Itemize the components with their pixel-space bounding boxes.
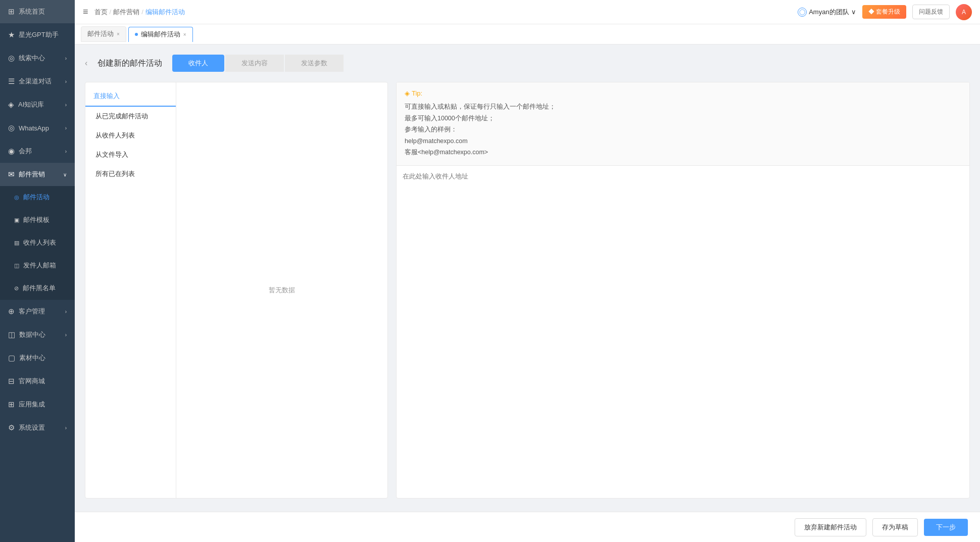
left-option-import-file[interactable]: 从文件导入 (85, 145, 176, 164)
sidebar-item-ai[interactable]: ★ 星光GPT助手 (0, 23, 75, 47)
sidebar-item-ai-kb[interactable]: ◈ AI知识库 › (0, 93, 75, 116)
sidebar-item-label: WhatsApp (19, 124, 61, 132)
data-icon: ◫ (8, 330, 15, 339)
left-tab-direct-input[interactable]: 直接输入 (85, 86, 176, 107)
meeting-icon: ◉ (8, 147, 15, 156)
sidebar-item-label: 应用集成 (19, 400, 67, 409)
main-wrapper: ≡ 首页 / 邮件营销 / 编辑邮件活动 ◯ Amyan的团队 ∨ ◆ 套餐升级… (75, 0, 980, 542)
sidebar-item-whatsapp[interactable]: ◎ WhatsApp › (0, 116, 75, 140)
discard-button[interactable]: 放弃新建邮件活动 (795, 518, 866, 536)
tip-line-3: 参考输入的样例： (405, 124, 961, 136)
sidebar-item-email-blacklist[interactable]: ⊘ 邮件黑名单 (0, 277, 75, 300)
email-input-area (397, 166, 969, 499)
step-label: 收件人 (188, 59, 208, 67)
main-layout: 直接输入 从已完成邮件活动 从收件人列表 从文件导入 所有已在列表 (85, 82, 970, 499)
sidebar-item-label: AI知识库 (18, 100, 61, 109)
tip-box: ◈ Tip: 可直接输入或粘贴，保证每行只输入一个邮件地址； 最多可输入1000… (397, 82, 969, 166)
left-option-all-in-list[interactable]: 所有已在列表 (85, 164, 176, 184)
tab-dot (135, 33, 138, 36)
step-label: 发送内容 (241, 59, 268, 67)
left-option-recipients-list[interactable]: 从收件人列表 (85, 126, 176, 145)
avatar[interactable]: A (956, 4, 972, 20)
breadcrumb-sep1: / (110, 8, 112, 16)
chat-bubble-icon: ◯ (798, 8, 807, 17)
app-icon: ⊞ (8, 400, 15, 409)
sidebar-item-label: 系统首页 (19, 7, 67, 16)
upgrade-button[interactable]: ◆ 套餐升级 (862, 5, 906, 19)
tip-line-1: 可直接输入或粘贴，保证每行只输入一个邮件地址； (405, 101, 961, 113)
sidebar-item-email-campaign[interactable]: ◎ 邮件活动 (0, 186, 75, 209)
arrow-icon: › (65, 79, 67, 84)
tip-line-5: 客服<help@matchexpo.com> (405, 147, 961, 158)
arrow-icon: ∨ (63, 172, 67, 177)
sidebar-item-label: 邮件营销 (19, 170, 59, 179)
next-button[interactable]: 下一步 (924, 519, 968, 536)
sidebar-item-label: 邮件黑名单 (23, 284, 67, 293)
back-button[interactable]: ‹ (85, 59, 87, 68)
tab-close-icon[interactable]: × (183, 32, 186, 37)
sidebar-item-app-integration[interactable]: ⊞ 应用集成 (0, 393, 75, 416)
left-panel: 直接输入 从已完成邮件活动 从收件人列表 从文件导入 所有已在列表 (85, 82, 388, 499)
left-option-label: 所有已在列表 (95, 170, 135, 177)
arrow-icon: › (65, 125, 67, 131)
sidebar-item-label: 会邦 (19, 147, 61, 156)
breadcrumb: 首页 / 邮件营销 / 编辑邮件活动 (94, 8, 185, 17)
sidebar-item-home[interactable]: ⊞ 系统首页 (0, 0, 75, 23)
feedback-button[interactable]: 问题反馈 (912, 5, 950, 19)
step-label: 发送参数 (301, 59, 327, 67)
sidebar-item-assets[interactable]: ▢ 素材中心 (0, 346, 75, 370)
email-input[interactable] (403, 172, 963, 492)
tip-line-2: 最多可输入10000个邮件地址； (405, 113, 961, 124)
sidebar-item-recipients-list[interactable]: ▤ 收件人列表 (0, 232, 75, 254)
arrow-icon: › (65, 102, 67, 108)
sidebar-item-email-marketing[interactable]: ✉ 邮件营销 ∨ (0, 163, 75, 186)
sidebar-item-label: 收件人列表 (23, 239, 67, 247)
sidebar-item-meeting[interactable]: ◉ 会邦 › (0, 140, 75, 163)
whatsapp-icon: ◎ (8, 123, 15, 132)
tab-label: 编辑邮件活动 (141, 30, 180, 39)
sidebar-item-leads[interactable]: ◎ 线索中心 › (0, 47, 75, 70)
breadcrumb-sep2: / (141, 8, 143, 16)
team-selector[interactable]: ◯ Amyan的团队 ∨ (798, 8, 856, 17)
tab-bar: 邮件活动 × 编辑邮件活动 × (75, 24, 980, 44)
arrow-icon: › (65, 56, 67, 61)
empty-text: 暂无数据 (269, 286, 295, 295)
sidebar-item-email-template[interactable]: ▣ 邮件模板 (0, 209, 75, 232)
tab-edit-campaign[interactable]: 编辑邮件活动 × (128, 27, 193, 42)
top-header: ≡ 首页 / 邮件营销 / 编辑邮件活动 ◯ Amyan的团队 ∨ ◆ 套餐升级… (75, 0, 980, 24)
menu-icon[interactable]: ≡ (83, 7, 88, 17)
left-panel-body: 直接输入 从已完成邮件活动 从收件人列表 从文件导入 所有已在列表 (85, 82, 387, 498)
sidebar-item-label: 邮件模板 (23, 216, 67, 224)
home-icon: ⊞ (8, 7, 15, 16)
left-option-label: 从已完成邮件活动 (95, 112, 148, 120)
sidebar-item-label: 官网商城 (19, 377, 67, 386)
tip-title: ◈ Tip: (405, 89, 961, 97)
sidebar-item-website[interactable]: ⊟ 官网商城 (0, 370, 75, 393)
leads-icon: ◎ (8, 54, 15, 63)
mailbox-icon: ◫ (14, 262, 19, 269)
content-placeholder: 暂无数据 (176, 82, 387, 498)
sidebar-item-settings[interactable]: ⚙ 系统设置 › (0, 416, 75, 439)
step-recipients[interactable]: 收件人 (172, 55, 224, 72)
left-option-completed-campaign[interactable]: 从已完成邮件活动 (85, 107, 176, 126)
step-params[interactable]: 发送参数 (285, 55, 344, 72)
sidebar-item-sender-mailbox[interactable]: ◫ 发件人邮箱 (0, 254, 75, 277)
kb-icon: ◈ (8, 100, 14, 109)
tab-close-icon[interactable]: × (117, 31, 120, 37)
template-icon: ▣ (14, 217, 19, 223)
draft-button[interactable]: 存为草稿 (872, 518, 918, 536)
sidebar-item-customer[interactable]: ⊕ 客户管理 › (0, 300, 75, 323)
tip-title-text: Tip: (412, 89, 422, 97)
tip-line-4: help@matchexpo.com (405, 136, 961, 147)
sidebar-item-label: 邮件活动 (23, 193, 67, 202)
sidebar-item-data[interactable]: ◫ 数据中心 › (0, 323, 75, 346)
step-content[interactable]: 发送内容 (225, 55, 284, 72)
sidebar-item-label: 客户管理 (19, 307, 61, 316)
sidebar-item-allchat[interactable]: ☰ 全渠道对话 › (0, 70, 75, 93)
tab-email-campaign[interactable]: 邮件活动 × (81, 26, 126, 42)
breadcrumb-home[interactable]: 首页 (94, 8, 108, 17)
blacklist-icon: ⊘ (14, 285, 19, 292)
header-left: ≡ 首页 / 邮件营销 / 编辑邮件活动 (83, 7, 185, 17)
breadcrumb-email[interactable]: 邮件营销 (113, 8, 139, 17)
campaign-icon: ◎ (14, 194, 19, 201)
